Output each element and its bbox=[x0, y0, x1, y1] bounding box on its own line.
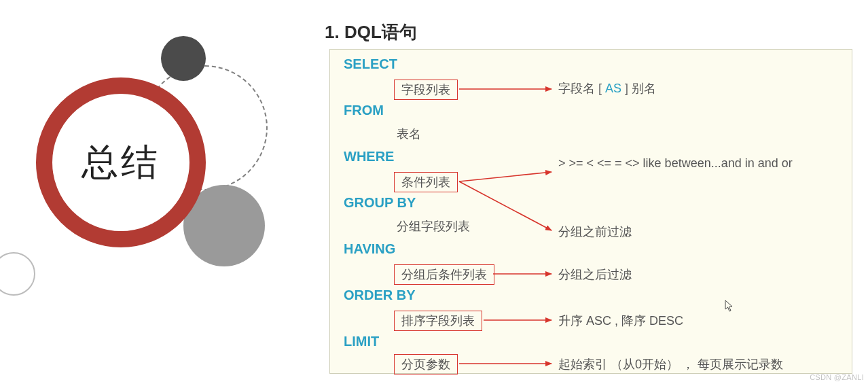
watermark: CSDN @ZANLI bbox=[810, 373, 864, 381]
keyword-limit: LIMIT bbox=[344, 334, 379, 349]
sub-table-name: 表名 bbox=[397, 126, 421, 142]
sub-group-fields: 分组字段列表 bbox=[397, 218, 470, 234]
circle-dark-small bbox=[161, 36, 206, 81]
stage: 总结 1. DQL语句 SELECT 字段列表 字段名 [ AS ] 别名 FR… bbox=[0, 0, 868, 384]
sql-diagram-panel: SELECT 字段列表 字段名 [ AS ] 别名 FROM 表名 WHERE … bbox=[329, 49, 852, 374]
desc-order: 升序 ASC , 降序 DESC bbox=[558, 313, 683, 329]
keyword-orderby: ORDER BY bbox=[344, 287, 416, 303]
circle-outline-small bbox=[0, 252, 35, 296]
keyword-where: WHERE bbox=[344, 149, 394, 164]
section-title: 1. DQL语句 bbox=[325, 20, 417, 44]
desc-where-ops: > >= < <= = <> like between...and in and… bbox=[558, 153, 793, 173]
box-order-list: 排序字段列表 bbox=[394, 311, 482, 331]
desc-fields: 字段名 [ AS ] 别名 bbox=[558, 80, 656, 97]
box-fields: 字段列表 bbox=[394, 80, 458, 100]
box-page-params: 分页参数 bbox=[394, 354, 458, 374]
desc-limit: 起始索引 （从0开始） ， 每页展示记录数 bbox=[558, 356, 783, 372]
keyword-from: FROM bbox=[344, 103, 384, 118]
keyword-groupby: GROUP BY bbox=[344, 195, 416, 211]
box-having-list: 分组后条件列表 bbox=[394, 264, 494, 285]
svg-line-1 bbox=[459, 172, 551, 181]
desc-having: 分组之后过滤 bbox=[558, 266, 632, 283]
box-conditions: 条件列表 bbox=[394, 172, 458, 192]
summary-circle: 总结 bbox=[36, 77, 206, 247]
keyword-having: HAVING bbox=[344, 241, 395, 257]
desc-where-filter: 分组之前过滤 bbox=[558, 224, 632, 240]
keyword-select: SELECT bbox=[344, 56, 397, 72]
summary-label: 总结 bbox=[82, 138, 160, 188]
svg-line-2 bbox=[459, 181, 551, 230]
